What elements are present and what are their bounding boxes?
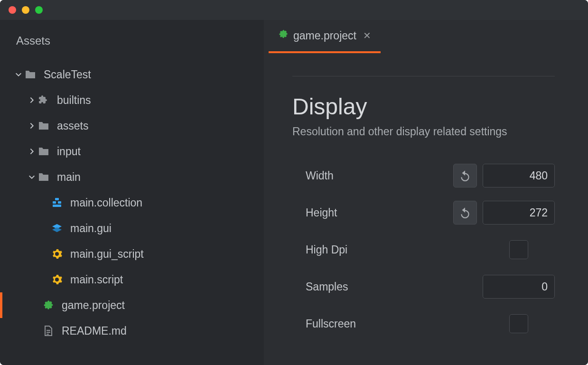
tree-row-scaletest[interactable]: ScaleTest — [0, 62, 264, 87]
folder-icon — [36, 146, 51, 157]
file-icon — [41, 325, 56, 337]
tree-item-label: input — [57, 145, 81, 158]
tree-row-game-project[interactable]: game.project — [0, 292, 264, 318]
editor-body: Display Resolution and other display rel… — [264, 53, 588, 342]
gui-icon — [49, 223, 65, 234]
samples-input[interactable] — [483, 275, 555, 299]
folder-icon — [36, 171, 51, 183]
tree-row-main-script[interactable]: main.script — [0, 267, 264, 292]
reset-button[interactable] — [453, 201, 477, 225]
tree-item-label: main.gui_script — [70, 248, 144, 261]
project-icon — [278, 29, 289, 42]
tab-label: game.project — [293, 29, 356, 42]
window-close-icon[interactable] — [9, 6, 16, 14]
chevron-right-icon[interactable] — [28, 122, 36, 130]
tree-item-label: main.collection — [70, 197, 142, 209]
chevron-right-icon[interactable] — [28, 96, 36, 104]
assets-panel: Assets ScaleTest builtins assets — [0, 20, 264, 365]
field-high-dpi: High Dpi — [292, 231, 555, 268]
field-label: High Dpi — [292, 243, 448, 256]
field-label: Fullscreen — [292, 318, 448, 330]
tree-row-builtins[interactable]: builtins — [0, 87, 264, 113]
width-input[interactable] — [483, 164, 555, 187]
tree-row-main[interactable]: main — [0, 164, 264, 190]
tree-row-input[interactable]: input — [0, 139, 264, 164]
puzzle-icon — [36, 94, 51, 106]
field-samples: Samples — [292, 268, 555, 305]
tree-row-assets[interactable]: assets — [0, 113, 264, 139]
tree-item-label: README.md — [62, 325, 127, 337]
field-label: Samples — [292, 281, 448, 293]
tree-item-label: builtins — [57, 94, 91, 107]
field-label: Width — [292, 169, 448, 182]
tab-game-project[interactable]: game.project ✕ — [269, 20, 381, 53]
tree-row-main-gui[interactable]: main.gui — [0, 215, 264, 241]
tree-row-readme[interactable]: README.md — [0, 318, 264, 344]
window-minimize-icon[interactable] — [22, 6, 29, 14]
tree-row-main-gui-script[interactable]: main.gui_script — [0, 241, 264, 267]
fullscreen-checkbox[interactable] — [509, 314, 528, 333]
display-form: Width Height High — [292, 157, 555, 342]
project-icon — [41, 299, 56, 311]
folder-icon — [23, 69, 38, 80]
chevron-down-icon[interactable] — [28, 173, 36, 181]
chevron-right-icon[interactable] — [28, 148, 36, 155]
window-zoom-icon[interactable] — [35, 6, 43, 14]
field-height: Height — [292, 194, 555, 231]
section-title: Display — [292, 94, 555, 120]
cog-icon — [49, 274, 65, 285]
high-dpi-checkbox[interactable] — [509, 240, 528, 259]
assets-panel-title: Assets — [0, 20, 264, 62]
chevron-down-icon[interactable] — [14, 71, 23, 78]
tree-row-main-collection[interactable]: main.collection — [0, 190, 264, 215]
tree-item-label: main.script — [70, 273, 123, 286]
editor-tabs: game.project ✕ — [264, 20, 588, 53]
tree-item-label: ScaleTest — [44, 68, 91, 81]
tree-item-label: main.gui — [70, 222, 112, 235]
tree-item-label: assets — [57, 120, 88, 132]
field-fullscreen: Fullscreen — [292, 305, 555, 342]
collection-icon — [49, 197, 65, 208]
section-subtitle: Resolution and other display related set… — [292, 125, 555, 138]
tree-item-label: game.project — [62, 299, 125, 312]
reset-button[interactable] — [453, 164, 477, 187]
editor-area: game.project ✕ Display Resolution and ot… — [264, 20, 588, 365]
height-input[interactable] — [483, 201, 555, 225]
titlebar — [0, 0, 588, 20]
workspace: Assets ScaleTest builtins assets — [0, 20, 588, 365]
cog-icon — [49, 248, 65, 260]
app-window: Assets ScaleTest builtins assets — [0, 0, 588, 365]
tree-item-label: main — [57, 171, 81, 184]
assets-tree: ScaleTest builtins assets input — [0, 62, 264, 344]
close-icon[interactable]: ✕ — [363, 30, 371, 41]
folder-icon — [36, 120, 51, 131]
field-width: Width — [292, 157, 555, 194]
field-label: Height — [292, 206, 448, 219]
